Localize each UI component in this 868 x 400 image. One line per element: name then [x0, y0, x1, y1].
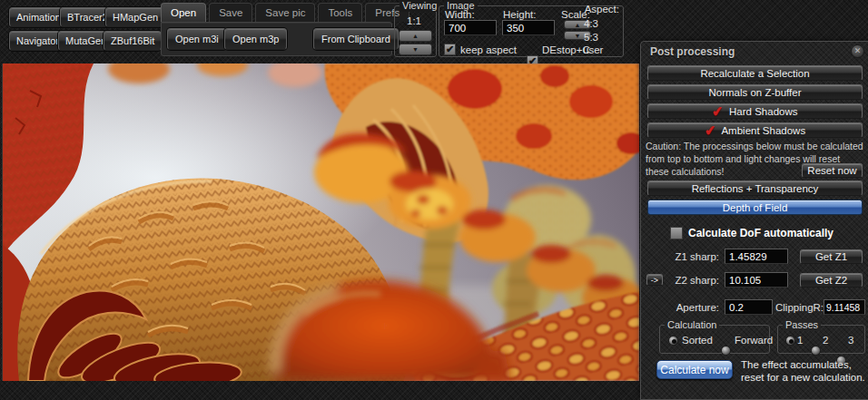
normals-zbuffer-button[interactable]: Normals on Z-buffer	[647, 84, 863, 100]
button-label: Ambient Shadows	[721, 125, 805, 136]
hmapgen-button[interactable]: HMapGen	[105, 7, 165, 27]
reflections-transparency-button[interactable]: Reflections + Transparency	[647, 180, 863, 196]
height-input[interactable]	[502, 20, 555, 35]
reset-now-button[interactable]: Reset now	[802, 163, 863, 178]
sorted-label[interactable]: Sorted	[682, 335, 713, 346]
accumulate-note: The effect accumulates, reset for a new …	[741, 358, 866, 384]
panel-title: Post processing	[650, 45, 735, 58]
up-arrow-icon: ▲	[412, 33, 419, 39]
passes-group: Passes 1 2 3	[777, 325, 865, 354]
open-m3i-button[interactable]: Open m3i	[167, 28, 227, 50]
radio-dot	[789, 339, 794, 344]
ambient-shadows-button[interactable]: ✔ Ambient Shadows	[647, 122, 863, 138]
width-input[interactable]	[444, 20, 497, 35]
aspect-4-3[interactable]: 4:3	[572, 18, 610, 29]
viewing-legend: Viewing	[399, 0, 439, 12]
button-label: Depth of Field	[723, 202, 788, 213]
calculation-group: Calculation Sorted Forward	[659, 325, 770, 354]
hard-shadows-button[interactable]: ✔ Hard Shadows	[647, 103, 863, 119]
aspect-label: Aspect:	[572, 4, 619, 15]
passes-legend: Passes	[783, 319, 821, 331]
keep-aspect-label: keep aspect	[460, 44, 517, 55]
pass-1-radio[interactable]	[785, 336, 795, 346]
fractal-render[interactable]	[3, 63, 639, 381]
tab-open[interactable]: Open	[161, 3, 206, 22]
viewing-down-button[interactable]: ▼	[399, 44, 432, 55]
calculate-now-button[interactable]: Calculate now	[656, 360, 733, 379]
aperture-input[interactable]	[725, 299, 773, 315]
open-tab-panel: Open m3i Open m3p From Clipboard	[161, 22, 392, 56]
down-arrow-icon: ▼	[412, 46, 419, 53]
dof-auto-label: Calculate DoF automatically	[688, 227, 833, 239]
pass-1-label[interactable]: 1	[797, 335, 803, 346]
red-check-icon: ✔	[712, 106, 725, 116]
height-label: Height:	[503, 9, 536, 20]
button-label: Hard Shadows	[729, 106, 797, 117]
check-icon: ✔	[446, 44, 454, 54]
recalculate-selection-button[interactable]: Recalculate a Selection	[647, 65, 863, 81]
viewing-ratio: 1:1	[407, 15, 421, 26]
button-label: Normals on Z-buffer	[708, 87, 801, 98]
depth-of-field-button[interactable]: Depth of Field	[647, 200, 863, 215]
aspect-5-3[interactable]: 5:3	[572, 32, 610, 43]
tab-save-pic[interactable]: Save pic	[255, 3, 315, 22]
tab-save[interactable]: Save	[209, 3, 252, 22]
clipping-input[interactable]	[824, 299, 865, 315]
forward-label[interactable]: Forward	[735, 335, 773, 346]
sorted-radio[interactable]	[668, 336, 678, 346]
open-m3p-button[interactable]: Open m3p	[224, 28, 287, 50]
dof-auto-checkbox[interactable]	[670, 227, 683, 239]
get-z1-button[interactable]: Get Z1	[800, 249, 863, 264]
get-z2-button[interactable]: Get Z2	[800, 273, 863, 288]
mandelbulb3d-window: Animations BTracer2 HMapGen Navigator Mu…	[0, 0, 868, 400]
red-check-icon: ✔	[704, 125, 716, 135]
close-icon: ✕	[854, 47, 862, 55]
aperture-label: Aperture:	[656, 302, 719, 313]
keep-aspect-checkbox[interactable]: ✔	[444, 44, 456, 55]
button-label: Recalculate a Selection	[700, 68, 809, 79]
z1-input[interactable]	[725, 249, 788, 264]
width-label: Width:	[445, 9, 475, 20]
file-tabs: Open Save Save pic Tools Prefs	[161, 3, 409, 22]
z1-label: Z1 sharp:	[656, 251, 719, 262]
calculation-legend: Calculation	[665, 319, 719, 331]
z2-label: Z2 sharp:	[656, 275, 719, 286]
post-processing-panel: Post processing ✕ Recalculate a Selectio…	[640, 41, 868, 400]
pass-2-radio[interactable]	[811, 346, 821, 356]
tab-tools[interactable]: Tools	[318, 3, 362, 22]
from-clipboard-button[interactable]: From Clipboard	[313, 28, 399, 50]
viewing-group: Viewing 1:1 ▲ ▼	[394, 5, 437, 57]
z2-input[interactable]	[725, 272, 788, 288]
radio-dot	[672, 339, 676, 344]
button-label: Reflections + Transparency	[692, 183, 819, 194]
pass-2-label[interactable]: 2	[823, 335, 828, 346]
zbuf16bit-button[interactable]: ZBuf16Bit	[104, 31, 162, 51]
image-group: Image Width: Height: Scale: ▲ ▼ Aspect: …	[439, 5, 624, 57]
destop-label: DEstop+C	[542, 44, 590, 55]
fractal-image	[3, 63, 639, 381]
forward-radio[interactable]	[721, 346, 731, 356]
clipping-label: ClippingR:	[775, 302, 824, 313]
pass-3-label[interactable]: 3	[848, 335, 853, 346]
viewing-up-button[interactable]: ▲	[399, 30, 432, 42]
close-panel-button[interactable]: ✕	[851, 44, 864, 58]
